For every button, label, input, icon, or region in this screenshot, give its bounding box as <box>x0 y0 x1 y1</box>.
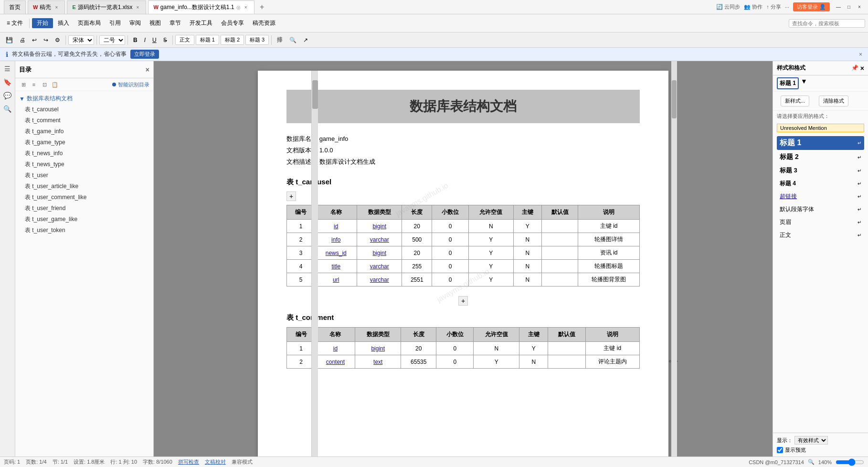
sidebar-item-user-token[interactable]: 表 t_user_token <box>15 225 153 236</box>
status-spell[interactable]: 拼写检查 <box>178 458 199 466</box>
strikethrough-btn[interactable]: S̶ <box>160 36 170 44</box>
style-item-h3[interactable]: 标题 3 ↵ <box>777 164 864 177</box>
bold-btn[interactable]: B <box>130 36 140 44</box>
ribbon-insert[interactable]: 插入 <box>54 18 73 28</box>
sidebar-item-comment[interactable]: 表 t_comment <box>15 115 153 126</box>
save-btn[interactable]: 💾 <box>3 36 16 44</box>
preview-checkbox[interactable] <box>777 447 783 453</box>
ribbon-review[interactable]: 审阅 <box>126 18 145 28</box>
tab-excel[interactable]: E 源码统计一览表1.xlsx × <box>67 0 146 14</box>
ribbon-dev[interactable]: 开发工具 <box>186 18 216 28</box>
ribbon-file[interactable]: ≡ 文件 <box>3 18 27 28</box>
ribbon-shell[interactable]: 稿壳资源 <box>249 18 279 28</box>
scrollbar-right-thumb[interactable] <box>672 80 677 118</box>
comment-icon[interactable]: 💬 <box>2 90 13 101</box>
ribbon-chapter[interactable]: 章节 <box>166 18 185 28</box>
find-replace-btn[interactable]: 🔍 <box>286 36 299 44</box>
print-btn[interactable]: 🖨 <box>17 36 28 44</box>
document-area[interactable]: javayms.github.io javayms.github.io 数据库表… <box>154 61 773 456</box>
h2-style-btn[interactable]: 标题 2 <box>221 35 244 45</box>
ribbon-ref[interactable]: 引用 <box>106 18 125 28</box>
tab-home-label: 首页 <box>9 3 21 11</box>
sidebar-item-user-friend[interactable]: 表 t_user_friend <box>15 203 153 214</box>
sidebar-tool-1[interactable]: ⊞ <box>19 80 28 89</box>
right-panel-pin-icon[interactable]: 📌 <box>851 64 858 72</box>
sidebar-root-item[interactable]: ▼ 数据库表结构文档 <box>15 93 153 104</box>
search-icon[interactable]: 🔍 <box>2 103 13 115</box>
sidebar-item-news-info[interactable]: 表 t_news_info <box>15 148 153 159</box>
sidebar-tool-4[interactable]: 📋 <box>51 80 59 89</box>
style-item-default[interactable]: 默认段落字体 ↵ <box>777 203 864 215</box>
ribbon-member[interactable]: 会员专享 <box>217 18 248 28</box>
sidebar-item-user-game-like[interactable]: 表 t_user_game_like <box>15 214 153 225</box>
th-desc: 说明 <box>578 205 640 220</box>
style-item-h2[interactable]: 标题 2 ↵ <box>777 151 864 163</box>
tab-wps-close[interactable]: × <box>53 4 60 11</box>
minimize-button[interactable]: — <box>834 2 843 12</box>
tab-doc[interactable]: W game_info...数据设计文稿1.1 ◎ × <box>148 0 254 14</box>
format-btn[interactable]: ⚙ <box>52 36 63 44</box>
text-sort-btn[interactable]: 排 <box>274 35 286 45</box>
sidebar-item-game-type[interactable]: 表 t_game_type <box>15 137 153 148</box>
h3-style-btn[interactable]: 标题 3 <box>245 35 269 45</box>
sidebar-item-user[interactable]: 表 t_user <box>15 170 153 181</box>
redo-btn[interactable]: ↪ <box>41 36 51 44</box>
style-selected-display[interactable]: 标题 1 <box>777 77 799 89</box>
auto-label: 智能识别目录 <box>118 81 149 88</box>
maximize-button[interactable]: □ <box>844 2 854 12</box>
style-item-header[interactable]: 页眉 ↵ <box>777 216 864 228</box>
item-user-game-like-label: 表 t_user_game_like <box>25 215 77 223</box>
underline-btn[interactable]: U <box>149 36 159 44</box>
sidebar-item-user-comment-like[interactable]: 表 t_user_comment_like <box>15 192 153 203</box>
sidebar-auto-detect[interactable]: 智能识别目录 <box>112 81 149 88</box>
h1-style-btn[interactable]: 标题 1 <box>196 35 219 45</box>
window-close-button[interactable]: × <box>855 2 864 12</box>
show-styles-select[interactable]: 有效样式 <box>794 436 828 445</box>
italic-btn[interactable]: I <box>141 36 148 44</box>
zoom-slider[interactable] <box>836 458 864 466</box>
ribbon-layout[interactable]: 页面布局 <box>74 18 105 28</box>
scrollbar-right[interactable] <box>671 61 677 456</box>
nav-icon[interactable]: ☰ <box>2 63 13 74</box>
bookmark-icon[interactable]: 🔖 <box>2 76 13 88</box>
search-input[interactable] <box>789 19 865 28</box>
sidebar-tool-2[interactable]: ≡ <box>30 80 38 89</box>
font-family-select[interactable]: 宋体 <box>68 35 94 45</box>
font-size-select[interactable]: 二号 <box>99 35 125 45</box>
new-tab-button[interactable]: + <box>256 1 268 13</box>
tab-excel-close[interactable]: × <box>134 4 141 11</box>
style-dropdown-arrow[interactable]: ▼ <box>801 77 807 89</box>
style-item-h4[interactable]: 标题 4 ↵ <box>777 178 864 190</box>
ribbon-view[interactable]: 视图 <box>146 18 165 28</box>
table1-add-col-btn[interactable]: + <box>458 296 468 306</box>
login-button[interactable]: 访客登录 👤 <box>793 2 830 11</box>
clear-style-button[interactable]: 清除格式 <box>819 96 848 106</box>
scrollbar-left-thumb[interactable] <box>312 80 318 109</box>
status-compat[interactable]: 兼容模式 <box>232 458 253 466</box>
right-panel-close-icon[interactable]: × <box>860 64 864 72</box>
status-text-check[interactable]: 文稿校对 <box>205 458 226 466</box>
ribbon-home[interactable]: 开始 <box>32 18 53 28</box>
style-item-hyperlink[interactable]: 超链接 ↵ <box>777 191 864 202</box>
sidebar-item-user-article-like[interactable]: 表 t_user_article_like <box>15 181 153 192</box>
db-name-line: 数据库名： game_info <box>286 135 640 143</box>
notification-bar: ℹ 将文稿备份云端，可避免文件丢失，省心省事 立即登录 × <box>0 48 868 61</box>
tab-home[interactable]: 首页 <box>4 0 26 14</box>
select-btn[interactable]: ↗ <box>300 36 311 44</box>
scrollbar-left[interactable] <box>311 71 318 456</box>
sidebar-close-button[interactable]: × <box>146 66 149 74</box>
style-item-normal[interactable]: 正文 ↵ <box>777 229 864 241</box>
tab-wps[interactable]: W 稿壳 × <box>28 0 65 14</box>
sidebar-tool-3[interactable]: ⊡ <box>40 80 49 89</box>
sidebar-item-carousel[interactable]: 表 t_carousel <box>15 104 153 115</box>
normal-style-btn[interactable]: 正文 <box>175 35 194 45</box>
sidebar-item-news-type[interactable]: 表 t_news_type <box>15 159 153 170</box>
tab-doc-close[interactable]: × <box>243 4 249 11</box>
notif-close-button[interactable]: × <box>859 51 862 58</box>
new-style-button[interactable]: 新样式... <box>781 96 809 106</box>
undo-btn[interactable]: ↩ <box>29 36 40 44</box>
style-item-h1[interactable]: 标题 1 ↵ <box>777 136 864 150</box>
sidebar-item-game-info[interactable]: 表 t_game_info <box>15 126 153 137</box>
notif-login-button[interactable]: 立即登录 <box>130 50 159 59</box>
table1-add-row-btn[interactable]: + <box>286 191 296 201</box>
